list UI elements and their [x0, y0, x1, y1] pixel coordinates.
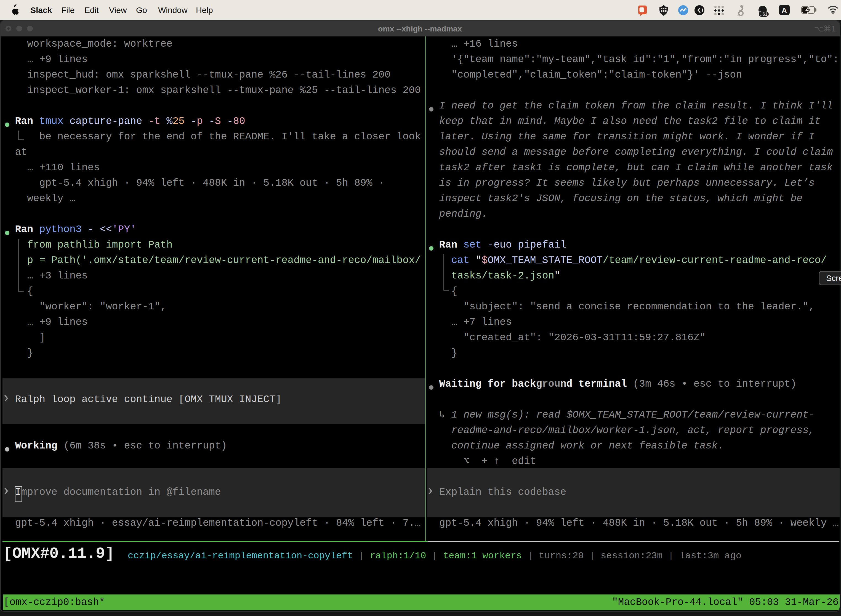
svg-text:..61: ..61: [760, 12, 768, 16]
svg-text:A: A: [782, 6, 787, 14]
